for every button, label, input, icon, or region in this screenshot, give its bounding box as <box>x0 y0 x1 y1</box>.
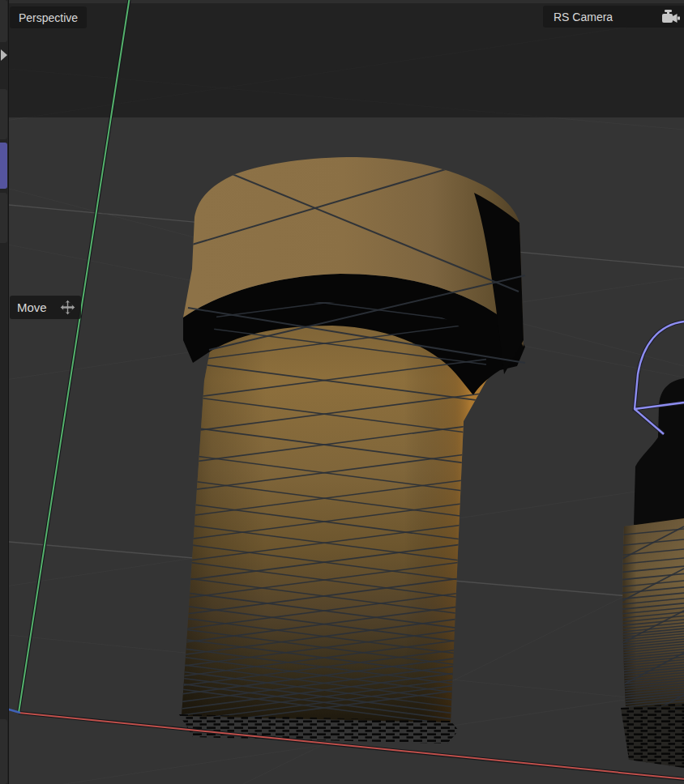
movie-camera-icon[interactable] <box>660 8 681 26</box>
panel-arrow-icon[interactable] <box>1 49 7 61</box>
right-bottle-thread-shadow <box>621 703 684 768</box>
panel-active-indicator[interactable] <box>0 143 7 189</box>
move-tool-icon <box>60 300 75 315</box>
camera-label[interactable]: RS Camera <box>543 6 684 28</box>
panel-segment <box>0 719 7 784</box>
view-label-text: Perspective <box>19 11 78 24</box>
viewport-scene[interactable] <box>0 0 684 784</box>
tool-label[interactable]: Move <box>10 296 81 319</box>
tool-label-text: Move <box>17 300 47 314</box>
camera-label-text: RS Camera <box>554 11 613 23</box>
panel-segment <box>0 89 7 139</box>
3d-viewport[interactable]: Perspective RS Camera Move <box>0 0 684 784</box>
viewport-top-edge <box>0 0 684 3</box>
bottle-object-main[interactable] <box>162 157 525 744</box>
left-panel-edge[interactable] <box>0 0 9 784</box>
view-label[interactable]: Perspective <box>10 6 87 28</box>
panel-segment <box>0 0 7 42</box>
panel-segment <box>0 193 7 243</box>
bottle-object-right[interactable] <box>613 322 684 774</box>
